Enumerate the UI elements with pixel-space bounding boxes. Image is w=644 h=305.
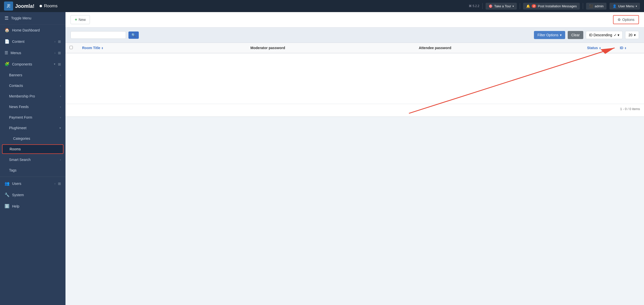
- menus-icon: ☰: [5, 50, 8, 55]
- banners-chevron-icon: ›: [60, 74, 61, 77]
- table-body: [65, 53, 644, 104]
- table-footer: 1 - 0 / 0 items: [65, 104, 644, 116]
- th-room-title[interactable]: Room Title ⇕: [82, 46, 248, 50]
- filter-options-chevron-icon: ▾: [560, 33, 562, 37]
- topbar: J! Joomla! Rooms ⌘5.2.2 🎯 Take a Tour ▾ …: [0, 0, 644, 12]
- toggle-menu-item[interactable]: ☰ Toggle Menu: [0, 12, 65, 24]
- components-grid-icon: ⊞: [58, 62, 61, 66]
- menus-label: Menus: [11, 51, 52, 55]
- categories-label: Categories: [13, 137, 61, 141]
- notification-count: 2: [532, 4, 536, 8]
- membership-pro-label: Membership Pro: [9, 94, 57, 98]
- logo-text: Joomla!: [15, 3, 35, 9]
- page-size-select[interactable]: 20 ▾: [625, 31, 639, 39]
- users-icon: 👥: [5, 181, 10, 186]
- notifications-button[interactable]: 🔔 2 Post Installation Messages: [523, 3, 580, 10]
- user-menu-button[interactable]: 👤 User Menu ▾: [609, 3, 640, 10]
- news-feeds-label: News Feeds: [9, 105, 57, 109]
- sidebar-item-payment-form[interactable]: Payment Form ›: [0, 112, 65, 123]
- sort-select[interactable]: ID Descending ✓ ▾: [586, 31, 623, 39]
- home-dashboard-label: Home Dashboard: [12, 28, 61, 32]
- help-label: Help: [12, 204, 61, 208]
- content-label: Content: [12, 40, 52, 44]
- sidebar-item-menus[interactable]: ☰ Menus › ⊞: [0, 47, 65, 58]
- menus-chevron-icon: ›: [54, 51, 55, 54]
- filter-bar: 🔍 Filter Options ▾ Clear ID Descending ✓…: [65, 27, 644, 43]
- search-icon: 🔍: [131, 33, 136, 37]
- content-area: Room Title ⇕ Moderator password Attendee…: [65, 43, 644, 305]
- search-button[interactable]: 🔍: [128, 31, 139, 39]
- smart-search-label: Smart Search: [9, 158, 57, 162]
- sidebar-item-tags[interactable]: Tags: [0, 165, 65, 176]
- tour-icon: 🎯: [489, 4, 493, 8]
- content-icon: 📄: [5, 39, 10, 44]
- table-header: Room Title ⇕ Moderator password Attendee…: [65, 43, 644, 53]
- topbar-separator-1: [482, 3, 483, 9]
- sidebar-item-news-feeds[interactable]: News Feeds ›: [0, 101, 65, 112]
- sidebar-item-banners[interactable]: Banners ›: [0, 70, 65, 80]
- sidebar-item-contacts[interactable]: Contacts ›: [0, 80, 65, 91]
- options-button[interactable]: ⚙ Options: [613, 15, 639, 24]
- contacts-chevron-icon: ›: [60, 84, 61, 87]
- main-layout: ☰ Toggle Menu 🏠 Home Dashboard 📄 Content…: [0, 12, 644, 305]
- plugnmeet-label: PlugNmeet: [9, 126, 57, 130]
- tags-label: Tags: [9, 168, 61, 172]
- sort-chevron-icon: ✓ ▾: [614, 33, 620, 37]
- new-button[interactable]: + New: [71, 15, 90, 24]
- filter-options-button[interactable]: Filter Options ▾: [534, 31, 565, 39]
- page-title: Rooms: [44, 4, 58, 9]
- th-status[interactable]: Status ⇕: [587, 46, 617, 50]
- smart-search-chevron-icon: ›: [60, 158, 61, 161]
- logo[interactable]: J! Joomla!: [4, 2, 35, 11]
- sidebar-item-home-dashboard[interactable]: 🏠 Home Dashboard: [0, 24, 65, 36]
- contacts-label: Contacts: [9, 84, 57, 88]
- news-feeds-chevron-icon: ›: [60, 105, 61, 108]
- room-title-sort-icon: ⇕: [101, 47, 103, 50]
- rooms-label: Rooms: [10, 147, 21, 151]
- admin-button[interactable]: ⬛ admin: [586, 3, 606, 10]
- sidebar-item-help[interactable]: ℹ️ Help: [0, 200, 65, 212]
- sidebar-item-rooms[interactable]: Rooms: [2, 144, 63, 154]
- sidebar-item-system[interactable]: 🔧 System: [0, 189, 65, 200]
- clear-filter-button[interactable]: Clear: [568, 31, 583, 39]
- search-input[interactable]: [73, 33, 114, 37]
- sidebar-item-components[interactable]: 🧩 Components ▾ ⊞: [0, 58, 65, 70]
- users-chevron-icon: ›: [54, 182, 55, 185]
- th-moderator-password: Moderator password: [250, 46, 416, 50]
- th-id[interactable]: ID ⇕: [620, 46, 640, 50]
- th-attendee-password: Attendee password: [419, 46, 585, 50]
- sidebar-item-membership-pro[interactable]: Membership Pro ›: [0, 91, 65, 101]
- user-menu-chevron-icon: ▾: [636, 5, 637, 8]
- tour-chevron-icon: ▾: [513, 5, 514, 8]
- sidebar-item-plugnmeet[interactable]: PlugNmeet ▾: [0, 123, 65, 133]
- help-icon: ℹ️: [5, 204, 10, 209]
- sidebar-item-users[interactable]: 👥 Users › ⊞: [0, 178, 65, 189]
- payment-form-chevron-icon: ›: [60, 116, 61, 119]
- th-checkbox: [70, 46, 80, 50]
- page-title-bar: Rooms: [40, 4, 58, 9]
- joomla-logo-icon: J!: [4, 2, 13, 11]
- banners-label: Banners: [9, 73, 57, 77]
- admin-icon: ⬛: [589, 4, 593, 8]
- status-sort-icon: ⇕: [599, 47, 601, 50]
- select-all-checkbox[interactable]: [70, 46, 73, 49]
- plus-icon: +: [75, 17, 77, 22]
- sidebar-divider: [0, 177, 65, 177]
- rooms-table: Room Title ⇕ Moderator password Attendee…: [65, 43, 644, 116]
- toolbar: + New ⚙ Options: [65, 12, 644, 27]
- hamburger-icon: ☰: [5, 15, 9, 21]
- pagination-info: 1 - 0 / 0 items: [620, 107, 640, 111]
- page-dot-icon: [40, 5, 42, 7]
- membership-pro-chevron-icon: ›: [60, 95, 61, 98]
- sidebar-item-content[interactable]: 📄 Content › ⊞: [0, 36, 65, 47]
- id-sort-icon: ⇕: [624, 47, 626, 50]
- page-size-chevron-icon: ▾: [634, 33, 636, 37]
- sidebar-item-smart-search[interactable]: Smart Search ›: [0, 154, 65, 165]
- system-icon: 🔧: [5, 192, 10, 197]
- take-tour-button[interactable]: 🎯 Take a Tour ▾: [486, 3, 517, 10]
- menus-grid-icon: ⊞: [58, 51, 61, 55]
- users-grid-icon: ⊞: [58, 182, 61, 186]
- components-label: Components: [12, 62, 51, 66]
- version-label: ⌘5.2.2: [469, 4, 480, 8]
- sidebar-item-categories[interactable]: Categories: [0, 133, 65, 144]
